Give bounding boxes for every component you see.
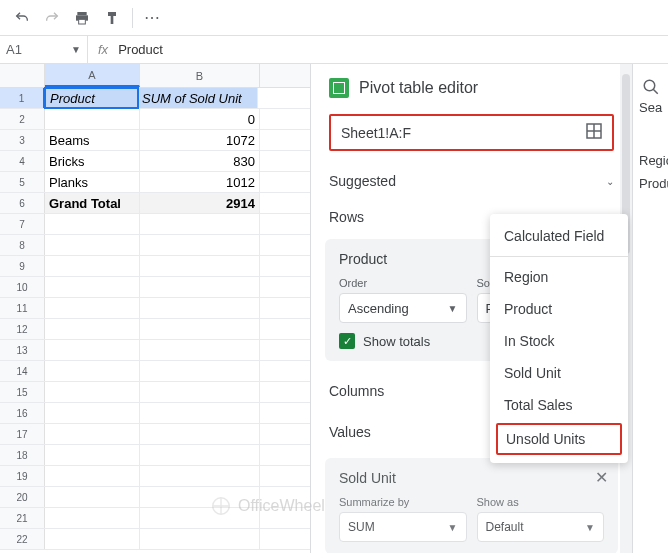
- name-box[interactable]: A1 ▼: [0, 36, 88, 63]
- row-header[interactable]: 13: [0, 340, 45, 360]
- summarize-select[interactable]: SUM▼: [339, 512, 467, 542]
- popup-item[interactable]: Region: [490, 261, 628, 293]
- order-label: Order: [339, 277, 467, 289]
- values-sold-card: ✕ Sold Unit Summarize by SUM▼ Show as De…: [325, 458, 618, 553]
- row-header[interactable]: 21: [0, 508, 45, 528]
- svg-point-8: [644, 80, 655, 91]
- cell[interactable]: Planks: [45, 172, 140, 192]
- cell[interactable]: 1012: [140, 172, 260, 192]
- popup-item-calculated[interactable]: Calculated Field: [490, 220, 628, 252]
- row-header[interactable]: 8: [0, 235, 45, 255]
- check-icon: ✓: [339, 333, 355, 349]
- row-header[interactable]: 7: [0, 214, 45, 234]
- chevron-down-icon: ▼: [71, 44, 81, 55]
- spreadsheet: A B 1ProductSUM of Sold Unit 20 3Beams10…: [0, 64, 310, 553]
- search-label: Sea: [633, 96, 668, 119]
- svg-rect-3: [108, 12, 116, 16]
- row-header[interactable]: 17: [0, 424, 45, 444]
- row-header[interactable]: 14: [0, 361, 45, 381]
- svg-rect-4: [111, 16, 114, 24]
- select-all-corner[interactable]: [0, 64, 45, 87]
- popup-item[interactable]: Product: [490, 293, 628, 325]
- row-header[interactable]: 9: [0, 256, 45, 276]
- cell[interactable]: 830: [140, 151, 260, 171]
- fx-label: fx: [88, 42, 118, 57]
- row-header[interactable]: 20: [0, 487, 45, 507]
- row-header[interactable]: 15: [0, 382, 45, 402]
- order-select[interactable]: Ascending▼: [339, 293, 467, 323]
- row-header[interactable]: 11: [0, 298, 45, 318]
- row-header[interactable]: 3: [0, 130, 45, 150]
- row-header[interactable]: 16: [0, 403, 45, 423]
- close-icon[interactable]: ✕: [595, 468, 608, 487]
- formula-bar[interactable]: Product: [118, 42, 163, 57]
- undo-button[interactable]: [8, 4, 36, 32]
- popup-item[interactable]: In Stock: [490, 325, 628, 357]
- cell[interactable]: 1072: [140, 130, 260, 150]
- cell-a1[interactable]: Product: [44, 87, 139, 109]
- editor-title-row: Pivot table editor: [311, 64, 632, 112]
- add-field-popup: Calculated Field Region Product In Stock…: [490, 214, 628, 463]
- paint-format-button[interactable]: [98, 4, 126, 32]
- row-header[interactable]: 19: [0, 466, 45, 486]
- cell[interactable]: Bricks: [45, 151, 140, 171]
- separator: [132, 8, 133, 28]
- svg-rect-2: [79, 19, 86, 24]
- popup-item[interactable]: Sold Unit: [490, 357, 628, 389]
- showas-select[interactable]: Default▼: [477, 512, 605, 542]
- col-header-b[interactable]: B: [140, 64, 260, 87]
- pivot-editor-panel: Pivot table editor Sheet1!A:F Suggested …: [310, 64, 668, 553]
- select-range-icon[interactable]: [586, 123, 602, 142]
- row-header[interactable]: 2: [0, 109, 45, 129]
- editor-title: Pivot table editor: [359, 79, 478, 97]
- col-header-a[interactable]: A: [45, 64, 140, 87]
- cell-reference: A1: [6, 42, 22, 57]
- cell-grand-total-val[interactable]: 2914: [140, 193, 260, 213]
- row-header[interactable]: 4: [0, 151, 45, 171]
- card-title: Sold Unit: [339, 470, 604, 486]
- showas-label: Show as: [477, 496, 605, 508]
- chevron-down-icon: ⌄: [606, 176, 614, 187]
- row-header[interactable]: 1: [0, 88, 45, 108]
- cell[interactable]: [45, 109, 140, 129]
- search-icon[interactable]: [642, 78, 660, 96]
- name-box-row: A1 ▼ fx Product: [0, 36, 668, 64]
- redo-button[interactable]: [38, 4, 66, 32]
- field-region[interactable]: Region: [633, 149, 668, 172]
- row-header[interactable]: 12: [0, 319, 45, 339]
- range-input[interactable]: Sheet1!A:F: [329, 114, 614, 151]
- row-header[interactable]: 5: [0, 172, 45, 192]
- popup-item-highlighted[interactable]: Unsold Units: [496, 423, 622, 455]
- cell-b1[interactable]: SUM of Sold Unit: [138, 88, 258, 108]
- more-button[interactable]: ⋯: [139, 4, 167, 32]
- toolbar: ⋯: [0, 0, 668, 36]
- range-text: Sheet1!A:F: [341, 125, 411, 141]
- row-header[interactable]: 18: [0, 445, 45, 465]
- svg-line-9: [653, 89, 658, 94]
- separator: [490, 256, 628, 257]
- svg-rect-0: [77, 12, 86, 15]
- row-header[interactable]: 10: [0, 277, 45, 297]
- summarize-label: Summarize by: [339, 496, 467, 508]
- field-product[interactable]: Product: [633, 172, 668, 195]
- sheets-icon: [329, 78, 349, 98]
- cell[interactable]: 0: [140, 109, 260, 129]
- field-list-sidebar: Sea Region Product: [632, 64, 668, 553]
- row-header[interactable]: 6: [0, 193, 45, 213]
- cell-grand-total[interactable]: Grand Total: [45, 193, 140, 213]
- suggested-section[interactable]: Suggested ⌄: [311, 163, 632, 199]
- print-button[interactable]: [68, 4, 96, 32]
- popup-item[interactable]: Total Sales: [490, 389, 628, 421]
- row-header[interactable]: 22: [0, 529, 45, 549]
- cell[interactable]: Beams: [45, 130, 140, 150]
